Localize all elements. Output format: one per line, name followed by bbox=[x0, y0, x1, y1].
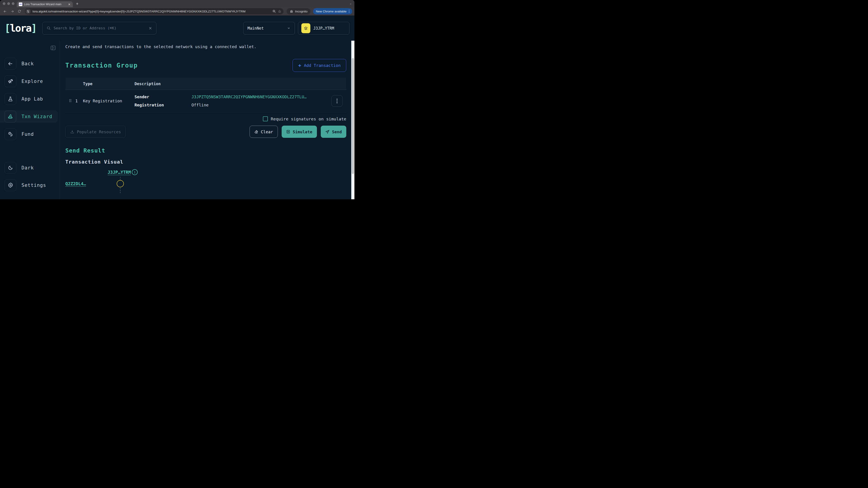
wallet-button[interactable]: J3JP…YTRM bbox=[298, 22, 349, 35]
browser-menu-icon[interactable] bbox=[349, 10, 349, 13]
window-controls[interactable] bbox=[0, 2, 17, 5]
sidebar-collapse-icon[interactable] bbox=[50, 44, 57, 51]
tab-close-icon[interactable]: ✕ bbox=[68, 3, 70, 6]
add-transaction-button[interactable]: + Add Transaction bbox=[292, 59, 346, 72]
browser-titlebar: [ak] Lora Transaction Wizard main ✕ + ⌄ bbox=[0, 0, 354, 7]
wallet-address: J3JP…YTRM bbox=[313, 26, 334, 31]
sender-address-link[interactable]: J3JPZTQ5NSW3TARRC2QIYPGNWNH6NEYGGNXXKODL… bbox=[191, 94, 320, 99]
reload-icon[interactable] bbox=[16, 8, 23, 14]
address-bar[interactable]: lora.algokit.io/mainnet/transaction-wiza… bbox=[25, 8, 283, 14]
incognito-label: Incognito bbox=[295, 10, 307, 13]
search-clear-icon[interactable] bbox=[149, 26, 152, 30]
drag-handle-icon[interactable]: ⠿ bbox=[65, 98, 75, 103]
window-close-button[interactable] bbox=[3, 2, 5, 5]
account-count-badge: 1 bbox=[132, 169, 138, 175]
chevron-down-icon bbox=[287, 26, 290, 30]
sidebar-item-back[interactable]: Back bbox=[0, 57, 60, 70]
network-select-value: MainNet bbox=[248, 26, 264, 31]
sidebar-item-explore[interactable]: Explore bbox=[0, 75, 60, 88]
visual-dashed-line bbox=[120, 177, 121, 180]
plus-icon: + bbox=[298, 63, 301, 68]
network-select[interactable]: MainNet bbox=[243, 22, 295, 35]
window-minimize-button[interactable] bbox=[7, 2, 10, 5]
back-nav-icon[interactable] bbox=[2, 8, 8, 14]
sidebar-item-txn-wizard[interactable]: Txn Wizard bbox=[0, 110, 58, 123]
row-menu-button[interactable] bbox=[331, 95, 343, 107]
page-scrollbar[interactable] bbox=[351, 41, 354, 199]
main-content: Create and send transactions to the sele… bbox=[60, 41, 354, 199]
tab-favicon: [ak] bbox=[19, 2, 22, 6]
send-plane-icon bbox=[325, 130, 330, 134]
field-label-registration: Registration bbox=[134, 103, 191, 107]
chrome-update-button[interactable]: New Chrome available bbox=[313, 8, 352, 14]
play-square-icon bbox=[286, 130, 290, 134]
gear-icon bbox=[4, 180, 16, 191]
visual-dashed-line bbox=[120, 188, 121, 193]
incognito-icon bbox=[289, 10, 293, 13]
sidebar-item-app-lab[interactable]: App Lab bbox=[0, 93, 60, 105]
table-header-row: Type Description bbox=[65, 78, 346, 90]
app-header: [lora] MainNet J3JP…YTRM bbox=[0, 15, 354, 41]
arrow-left-icon bbox=[4, 58, 16, 70]
moon-icon bbox=[4, 162, 16, 174]
new-tab-button[interactable]: + bbox=[76, 2, 79, 6]
row-index: 1 bbox=[75, 98, 83, 103]
clear-button[interactable]: Clear bbox=[250, 126, 278, 138]
window-zoom-button[interactable] bbox=[12, 2, 14, 5]
transaction-visual: J3JP…YTRM 1 Q2Z2DL4… bbox=[65, 169, 346, 199]
send-result-title: Send Result bbox=[65, 147, 346, 154]
column-header-description: Description bbox=[134, 82, 191, 86]
browser-tab[interactable]: [ak] Lora Transaction Wizard main ✕ bbox=[17, 1, 73, 7]
keyreg-node-circle[interactable] bbox=[117, 180, 124, 187]
transaction-visual-title: Transaction Visual bbox=[65, 159, 346, 165]
tab-title: Lora Transaction Wizard main bbox=[24, 3, 66, 6]
require-signatures-checkbox[interactable] bbox=[263, 116, 268, 121]
wallet-provider-icon bbox=[301, 23, 310, 33]
download-tray-icon bbox=[70, 130, 74, 134]
require-signatures-label: Require signatures on simulate bbox=[271, 117, 346, 121]
transaction-id-link[interactable]: Q2Z2DL4… bbox=[65, 181, 86, 186]
search-input[interactable] bbox=[54, 26, 146, 30]
lora-logo[interactable]: [lora] bbox=[4, 22, 36, 34]
chrome-update-label: New Chrome available bbox=[316, 10, 346, 13]
populate-resources-button[interactable]: Populate Resources bbox=[65, 126, 126, 138]
browser-toolbar: lora.algokit.io/mainnet/transaction-wiza… bbox=[0, 7, 354, 15]
field-label-sender: Sender bbox=[134, 94, 191, 99]
coins-icon bbox=[4, 128, 16, 140]
tab-search-chevron-icon[interactable]: ⌄ bbox=[350, 2, 352, 5]
zoom-page-icon[interactable] bbox=[272, 9, 276, 13]
scrollbar-thumb[interactable] bbox=[352, 58, 354, 174]
sidebar-item-fund[interactable]: Fund bbox=[0, 128, 60, 140]
url-text[interactable]: lora.algokit.io/mainnet/transaction-wiza… bbox=[33, 10, 271, 13]
transaction-group-title: Transaction Group bbox=[65, 62, 138, 69]
registration-value: Offline bbox=[191, 103, 328, 107]
incognito-badge: Incognito bbox=[287, 8, 310, 14]
search-box[interactable] bbox=[42, 22, 156, 35]
eraser-icon bbox=[254, 130, 258, 134]
search-icon bbox=[46, 26, 51, 30]
table-row[interactable]: ⠿ 1 Key Registration Sender J3JPZTQ5NSW3… bbox=[65, 90, 346, 112]
row-type: Key Registration bbox=[83, 98, 134, 103]
site-settings-icon[interactable] bbox=[26, 9, 31, 14]
flask-icon bbox=[4, 93, 16, 105]
sidebar-item-dark-mode[interactable]: Dark bbox=[0, 162, 60, 174]
sidebar: Back Explore App Lab bbox=[0, 41, 60, 199]
page-description: Create and send transactions to the sele… bbox=[65, 44, 346, 49]
visual-account-link[interactable]: J3JP…YTRM bbox=[107, 170, 131, 175]
sidebar-item-settings[interactable]: Settings bbox=[0, 179, 60, 191]
column-header-type: Type bbox=[83, 82, 134, 86]
transaction-group-table: Type Description ⠿ 1 Key Registration Se… bbox=[65, 78, 346, 112]
lora-app: [lora] MainNet J3JP…YTRM bbox=[0, 15, 354, 199]
simulate-button[interactable]: Simulate bbox=[282, 126, 317, 138]
bookmark-star-icon[interactable]: ☆ bbox=[278, 9, 281, 14]
wizard-hat-icon bbox=[4, 111, 16, 123]
telescope-icon bbox=[4, 75, 16, 87]
send-button[interactable]: Send bbox=[321, 126, 346, 138]
forward-nav-icon[interactable] bbox=[9, 8, 16, 14]
